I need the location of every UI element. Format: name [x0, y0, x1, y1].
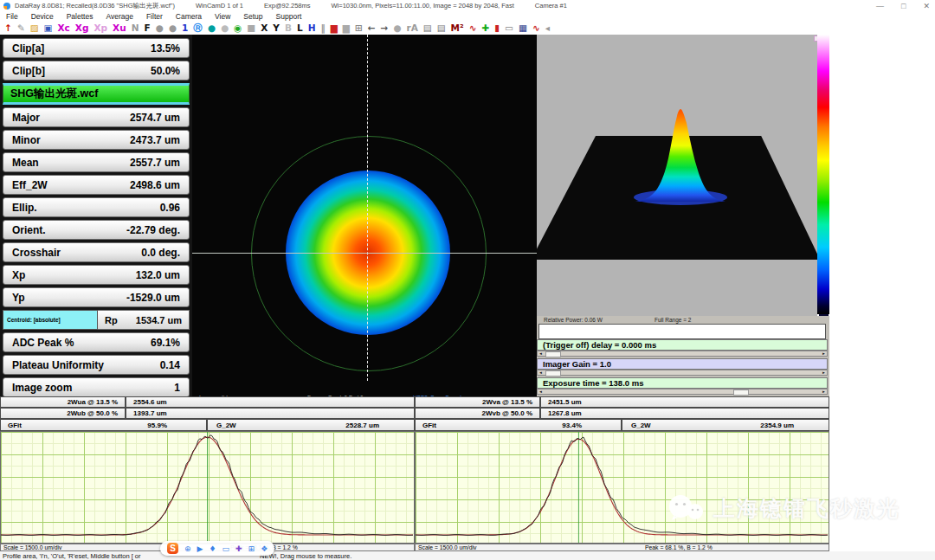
toolbar-icon[interactable]: L [297, 22, 303, 34]
overlay-tool-icon[interactable]: ♦ [209, 544, 216, 553]
toolbar-icon[interactable]: ⊞ [355, 22, 363, 34]
measurement-row[interactable]: Ellip. 0.96 [3, 197, 190, 217]
toolbar-icon[interactable]: rA [406, 22, 417, 34]
measurement-row[interactable]: Xp 132.0 um [3, 265, 190, 285]
overlay-tool-icon[interactable]: ✚ [235, 544, 242, 553]
slider-right-arrow[interactable]: ► [821, 370, 827, 375]
slider-handle[interactable] [545, 370, 561, 377]
slider-handle[interactable] [733, 389, 749, 396]
menu-item[interactable]: File [6, 12, 18, 21]
capture-setup-box[interactable] [538, 324, 826, 339]
maximize-button[interactable]: □ [901, 2, 906, 10]
toolbar-icon[interactable]: ■ [247, 22, 255, 34]
beam-3d-view[interactable] [537, 35, 817, 316]
toolbar-icon[interactable]: ● [393, 22, 401, 34]
toolbar-icon[interactable]: → [380, 22, 388, 34]
s-logo-icon[interactable]: S [167, 543, 178, 554]
menu-item[interactable]: Support [276, 12, 302, 21]
toolbar-icon[interactable]: ◉ [234, 22, 242, 34]
centroid-row[interactable]: Centroid: [absolute] Rp 1534.7 um [3, 310, 190, 330]
beam-2d-view[interactable]: Image valid0.5 FPS Frames Good: 0 Bad:0B… [192, 35, 537, 396]
toolbar-icon[interactable]: Xc [57, 22, 69, 34]
measurement-row[interactable]: Image zoom 1 [3, 377, 190, 397]
toolbar-icon[interactable]: ● [221, 22, 229, 34]
toolbar-icon[interactable]: ✎ [17, 22, 25, 34]
menu-item[interactable]: Palettes [67, 12, 94, 21]
trigger-delay-slider[interactable]: ◄ ► [537, 351, 828, 357]
measurement-value: 2574.7 um [130, 112, 180, 124]
menu-item[interactable]: Camera [176, 12, 202, 21]
exposure-time-slider[interactable]: ◄ ► [537, 389, 828, 395]
close-button[interactable]: ✕ [923, 2, 930, 10]
toolbar-icon[interactable]: ↑ [4, 22, 12, 34]
slider-left-arrow[interactable]: ◄ [538, 370, 544, 375]
imager-gain-label[interactable]: Imager Gain = 1.0 [537, 358, 828, 370]
toolbar-icon[interactable]: ● [208, 22, 216, 34]
measurement-row[interactable]: Yp -1529.0 um [3, 287, 190, 307]
imager-gain-slider[interactable]: ◄ ► [537, 370, 828, 376]
slider-right-arrow[interactable]: ► [821, 351, 827, 356]
toolbar-icon[interactable]: Xu [113, 22, 126, 34]
menu-item[interactable]: Average [106, 12, 133, 21]
toolbar-icon[interactable]: ▮ [494, 22, 500, 34]
toolbar-icon[interactable]: Ⓡ [193, 22, 203, 34]
toolbar-icon[interactable]: ● [156, 22, 164, 34]
minimize-button[interactable]: — [876, 2, 884, 10]
toolbar-icon[interactable]: Xp [94, 22, 107, 34]
v-profile-plot[interactable] [415, 431, 829, 544]
loaded-file-row[interactable]: SHG输出光斑.wcf [3, 83, 190, 105]
measurement-row[interactable]: Crosshair 0.0 deg. [3, 242, 190, 262]
slider-handle[interactable] [545, 351, 561, 357]
toolbar-icon[interactable]: ▆ [343, 22, 350, 34]
measurement-row[interactable]: Clip[a] 13.5% [3, 38, 190, 58]
measurement-row[interactable]: Orient. -22.79 deg. [3, 220, 190, 240]
toolbar-icon[interactable]: ▆ [331, 22, 338, 34]
toolbar-icon[interactable]: ▨ [30, 22, 39, 34]
overlay-tool-icon[interactable]: ⊕ [184, 544, 191, 553]
menu-item[interactable]: Device [31, 12, 54, 21]
overlay-tool-icon[interactable]: ❖ [261, 544, 268, 553]
measurement-row[interactable]: Major 2574.7 um [3, 107, 190, 127]
toolbar-icon[interactable]: ✚ [481, 22, 489, 34]
centroid-mode-label[interactable]: Centroid: [absolute] [3, 310, 98, 330]
toolbar-icon[interactable]: ▣ [44, 22, 53, 34]
toolbar-icon[interactable]: ∿ [469, 22, 477, 34]
toolbar-icon[interactable]: ▦ [519, 22, 527, 34]
exposure-time-label[interactable]: Exposure time = 138.0 ms [537, 377, 828, 389]
toolbar-icon[interactable]: Xg [75, 22, 89, 34]
toolbar-icon[interactable]: B [285, 22, 292, 34]
toolbar-icon[interactable]: ▤ [423, 22, 432, 34]
slider-left-arrow[interactable]: ◄ [538, 389, 544, 394]
measurement-row[interactable]: Clip[b] 50.0% [3, 61, 190, 80]
measurement-row[interactable]: Mean 2557.7 um [3, 152, 190, 172]
toolbar-icon[interactable]: ∿ [532, 22, 540, 34]
toolbar-icon[interactable]: Y [273, 22, 280, 34]
toolbar-icon[interactable]: ← [368, 22, 376, 34]
measurement-row[interactable]: ADC Peak % 69.1% [3, 332, 190, 352]
overlay-tool-icon[interactable]: ▶ [197, 544, 203, 553]
trigger-delay-label[interactable]: (Trigger off) delay = 0.000 ms [537, 339, 828, 351]
toolbar-icon[interactable]: ◂ [545, 22, 550, 34]
menu-item[interactable]: Filter [146, 12, 163, 21]
app-icon [3, 3, 10, 10]
toolbar-icon[interactable]: H [308, 22, 316, 34]
overlay-tool-icon[interactable]: ▭ [222, 544, 230, 553]
measurement-row[interactable]: Minor 2473.7 um [3, 130, 190, 150]
toolbar-icon[interactable]: F [144, 22, 150, 34]
toolbar-icon[interactable]: 1 [182, 22, 188, 34]
measurement-row[interactable]: Eff_2W 2498.6 um [3, 175, 190, 195]
toolbar-icon[interactable]: ▭ [505, 22, 513, 34]
toolbar-icon[interactable]: ● [169, 22, 177, 34]
toolbar-icon[interactable]: M² [451, 22, 464, 34]
overlay-tool-icon[interactable]: ⊞ [248, 544, 255, 553]
toolbar-icon[interactable]: ‖ [320, 22, 325, 34]
toolbar-icon[interactable]: ▤ [437, 22, 446, 34]
menu-item[interactable]: Setup [243, 12, 262, 21]
slider-right-arrow[interactable]: ► [821, 389, 827, 394]
measurement-row[interactable]: Plateau Uniformity 0.14 [3, 355, 190, 375]
menu-item[interactable]: View [215, 12, 230, 21]
toolbar-icon[interactable]: N [132, 22, 139, 34]
u-profile-plot[interactable] [0, 431, 415, 544]
toolbar-icon[interactable]: X [261, 22, 268, 34]
slider-left-arrow[interactable]: ◄ [538, 351, 544, 356]
